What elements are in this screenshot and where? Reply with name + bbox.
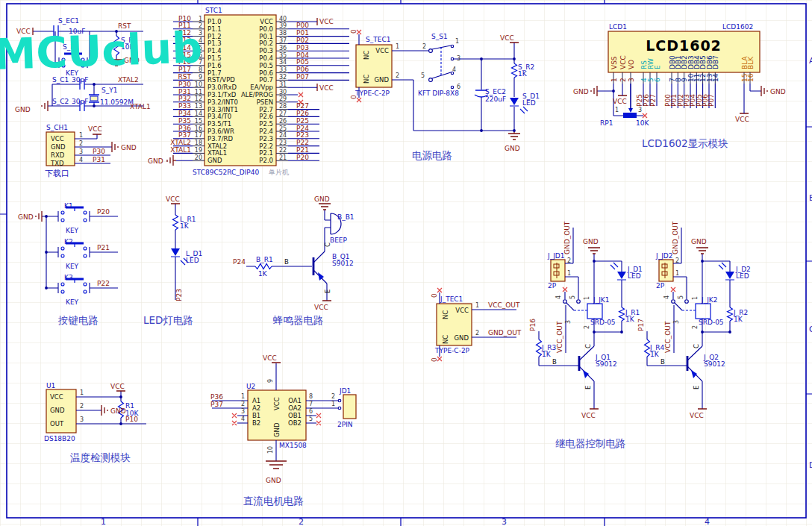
text-p0-4: P0.4: [259, 54, 273, 62]
text-gnd: GND: [505, 145, 520, 152]
crystal-body: [90, 96, 98, 101]
text-gnd: GND: [583, 238, 599, 245]
text-p30: P30: [178, 81, 191, 88]
text-vcc: VCC: [619, 55, 627, 69]
text-p21: P21: [296, 146, 309, 154]
text-ob2: OB2: [288, 419, 302, 427]
text-p2-1: P2.1: [259, 149, 273, 157]
text-p1-6: P1.6: [207, 62, 222, 69]
text-e: E: [584, 386, 592, 389]
text-ale-prog: ALE/PROG: [241, 91, 273, 98]
title-keys: 按键电路: [57, 314, 99, 326]
text-led: LED: [736, 272, 749, 280]
text-1: 1: [241, 393, 245, 400]
text-p32: P32: [178, 95, 191, 102]
text-p23: P23: [296, 131, 309, 139]
text-13: 13: [195, 103, 202, 110]
text-u2: U2: [246, 383, 255, 390]
junction-dot: [480, 57, 483, 60]
text-p27: P27: [296, 102, 309, 110]
text-p01: P01: [296, 29, 309, 37]
text-led: LED: [522, 99, 536, 107]
text-p22: P22: [296, 139, 309, 146]
text-3: 3: [241, 408, 245, 415]
text-gnd: GND: [207, 157, 222, 164]
text-vcc: VCC: [110, 383, 125, 390]
text-key: KEY: [66, 263, 79, 270]
zone-number: 2: [299, 517, 304, 526]
text-p1-5: P1.5: [207, 54, 222, 62]
text-nc: NC: [442, 335, 449, 344]
text-1: 1: [615, 107, 619, 113]
title-motor: 直流电机电路: [243, 495, 304, 507]
text-p2-2: P2.2: [259, 143, 273, 150]
text-vcc: VCC: [581, 412, 596, 419]
text-1: 1: [331, 401, 335, 407]
junction-dot: [620, 331, 623, 334]
text-1: 1: [396, 43, 399, 50]
text-s-tec1: S_TEC1: [366, 36, 390, 43]
junction-dot: [45, 251, 48, 254]
junction-dot: [45, 287, 48, 289]
text-34: 34: [279, 59, 287, 66]
text-25: 25: [279, 125, 287, 132]
junction-dot: [480, 129, 483, 132]
text-1: 1: [610, 78, 618, 82]
text-p0-5: P0.5: [259, 62, 273, 69]
text-p3-4-t0: P3.4/T0: [207, 113, 231, 120]
text-1: 1: [475, 302, 479, 309]
text-s9012: S9012: [596, 360, 617, 368]
text-p3-7-rd: P3.7/RD: [207, 135, 233, 143]
text-gnd: GND: [770, 88, 786, 96]
text-ob1: OB1: [288, 412, 302, 419]
text-srd-05: SRD-05: [590, 319, 616, 326]
text-mx1508: MX1508: [279, 442, 307, 449]
text-2: 2: [79, 140, 83, 147]
text-oa2: OA2: [288, 404, 302, 412]
text-2: 2: [584, 325, 590, 329]
text-19: 19: [195, 147, 202, 154]
title-temp: 温度检测模块: [70, 451, 131, 463]
text-p2-3: P2.3: [259, 135, 273, 143]
text-p21: P21: [97, 244, 110, 251]
text-1k: 1K: [650, 351, 660, 358]
text-2: 2: [422, 43, 426, 50]
text-1k: 1K: [258, 270, 268, 278]
text-3: 3: [673, 320, 680, 324]
text-1: 1: [584, 296, 590, 300]
text-26: 26: [279, 118, 287, 125]
text-stc89c52rc-dip40: STC89C52RC_DIP40: [193, 169, 259, 176]
text-vcc: VCC: [260, 18, 273, 25]
text-rst-vpd: RST/VPD: [207, 76, 235, 84]
text-gnd: GND: [691, 238, 707, 245]
text-b2: B2: [252, 419, 260, 427]
text-p2-5: P2.5: [259, 120, 273, 128]
text-key: KEY: [66, 227, 79, 234]
text-s-c2: S_C2: [52, 98, 69, 105]
junction-dot: [728, 331, 731, 334]
text-vcc-out: VCC_OUT: [488, 301, 520, 309]
text-p31: P31: [178, 88, 191, 96]
junction-dot: [513, 57, 516, 60]
text-9: 9: [199, 74, 202, 81]
junction-dot: [593, 331, 596, 334]
text-p27: P27: [649, 94, 657, 107]
text-p17: P17: [637, 319, 645, 331]
text-vcc: VCC: [319, 18, 334, 25]
text-7: 7: [309, 401, 313, 407]
text-p05: P05: [296, 58, 309, 66]
text-b1: B1: [252, 412, 260, 419]
text-2pin: 2PIN: [337, 421, 353, 428]
text-rp1: RP1: [600, 119, 613, 127]
text-p03: P03: [296, 44, 309, 51]
text-18: 18: [195, 140, 202, 146]
label-mcu-comment: 单片机: [269, 169, 289, 176]
text-led: LED: [186, 257, 199, 264]
schematic-sheet: VCCS_EC110uFRSTS_R110KGNDS_K1KEYS_C130pF…: [0, 0, 812, 526]
text-p1-0: P1.0: [207, 18, 222, 25]
text-led: LED: [628, 272, 641, 280]
text-gnd: GND: [50, 407, 65, 414]
text-22: 22: [279, 147, 287, 154]
text-p22: P22: [97, 280, 110, 287]
text-vcc: VCC: [273, 397, 281, 410]
